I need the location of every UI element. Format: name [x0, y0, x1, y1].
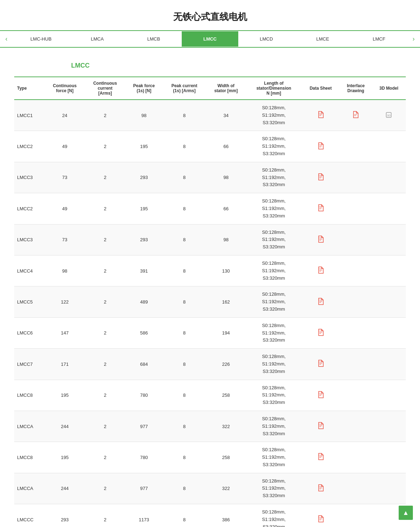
cell-peak-current: 8 — [163, 411, 206, 442]
tab-lmcc[interactable]: LMCC — [182, 31, 238, 47]
cell-type: LMCC4 — [14, 255, 44, 286]
cell-cont-current: 2 — [85, 349, 125, 380]
tab-lmcb[interactable]: LMCB — [126, 31, 182, 47]
table-row: LMCC614725868194S0:128mm,S1:192mm,S3:320… — [14, 317, 406, 348]
pdf-icon[interactable]: PDF — [318, 298, 324, 306]
cell-length-stator: S0:128mm,S1:192mm,S3:320mm — [246, 380, 302, 411]
nav-left-arrow[interactable]: ‹ — [0, 31, 13, 47]
cell-3d-model — [372, 286, 406, 317]
pdf-icon[interactable]: PDF — [318, 515, 324, 524]
cell-cont-current: 2 — [85, 100, 125, 131]
cell-cont-force: 122 — [44, 286, 85, 317]
cell-type: LMCC5 — [14, 286, 44, 317]
page-title: 无铁心式直线电机 — [0, 0, 420, 30]
pdf-icon[interactable]: PDF — [318, 142, 324, 151]
pdf-icon[interactable] — [352, 111, 359, 120]
col-header-data-sheet: Data Sheet — [302, 77, 340, 100]
svg-text:PDF: PDF — [319, 206, 322, 207]
cell-3d-model — [372, 473, 406, 504]
cell-cont-current: 2 — [85, 317, 125, 348]
cell-peak-force: 489 — [125, 286, 163, 317]
cell-peak-force: 98 — [125, 100, 163, 131]
cell-data-sheet: PDF — [302, 162, 340, 193]
cell-type: LMCCC — [14, 504, 44, 527]
pdf-icon[interactable]: PDF — [318, 111, 324, 120]
cell-length-stator: S0:128mm,S1:192mm,S3:320mm — [246, 255, 302, 286]
svg-text:PDF: PDF — [319, 361, 322, 363]
tab-lmca[interactable]: LMCA — [69, 31, 125, 47]
pdf-icon[interactable]: PDF — [318, 173, 324, 182]
table-row: LMCCA24429778322S0:128mm,S1:192mm,S3:320… — [14, 473, 406, 504]
cell-data-sheet: PDF — [302, 442, 340, 473]
cell-cont-force: 73 — [44, 224, 85, 255]
cell-3d-model: 3D — [372, 100, 406, 131]
cell-width-stator: 258 — [206, 442, 246, 473]
cell-width-stator: 386 — [206, 504, 246, 527]
svg-text:PDF: PDF — [319, 392, 322, 394]
tab-lmcf[interactable]: LMCF — [351, 31, 407, 47]
table-row: LMCC3732293898S0:128mm,S1:192mm,S3:320mm… — [14, 224, 406, 255]
pdf-icon[interactable]: PDF — [318, 204, 324, 213]
cell-type: LMCC6 — [14, 317, 44, 348]
tab-lmc-hub[interactable]: LMC-HUB — [13, 31, 69, 47]
col-header-width-stator: Width ofstator [mm] — [206, 77, 246, 100]
pdf-icon[interactable]: PDF — [318, 453, 324, 462]
pdf-icon[interactable]: PDF — [318, 360, 324, 368]
cell-peak-current: 8 — [163, 473, 206, 504]
cell-type: LMCC7 — [14, 349, 44, 380]
tab-lmcd[interactable]: LMCD — [238, 31, 294, 47]
cell-cont-current: 2 — [85, 131, 125, 162]
tab-lmce[interactable]: LMCE — [294, 31, 351, 47]
cell-data-sheet: PDF — [302, 255, 340, 286]
cell-cont-current: 2 — [85, 286, 125, 317]
back-to-top-button[interactable]: ▲ — [399, 506, 413, 520]
cell-interface-drawing — [340, 411, 372, 442]
cell-type: LMCC8 — [14, 442, 44, 473]
nav-right-arrow[interactable]: › — [407, 31, 420, 47]
cell-peak-current: 8 — [163, 504, 206, 527]
cell-cont-force: 49 — [44, 193, 85, 224]
pdf-icon[interactable]: PDF — [318, 236, 324, 244]
cell-interface-drawing — [340, 286, 372, 317]
cell-peak-current: 8 — [163, 317, 206, 348]
cell-cont-current: 2 — [85, 442, 125, 473]
pdf-icon[interactable]: PDF — [318, 267, 324, 275]
cell-cont-force: 195 — [44, 380, 85, 411]
cell-type: LMCC3 — [14, 162, 44, 193]
model3d-icon[interactable]: 3D — [386, 112, 392, 119]
pdf-icon[interactable]: PDF — [318, 484, 324, 493]
cell-length-stator: S0:128mm,S1:192mm,S3:320mm — [246, 100, 302, 131]
cell-data-sheet: PDF — [302, 317, 340, 348]
cell-width-stator: 66 — [206, 131, 246, 162]
cell-peak-current: 8 — [163, 442, 206, 473]
cell-type: LMCC3 — [14, 224, 44, 255]
cell-type: LMCCA — [14, 411, 44, 442]
cell-data-sheet: PDF — [302, 286, 340, 317]
cell-3d-model — [372, 131, 406, 162]
cell-peak-force: 293 — [125, 162, 163, 193]
pdf-icon[interactable]: PDF — [318, 422, 324, 431]
svg-text:PDF: PDF — [319, 423, 322, 425]
cell-type: LMCC8 — [14, 380, 44, 411]
svg-text:3D: 3D — [387, 114, 390, 117]
cell-interface-drawing — [340, 255, 372, 286]
cell-cont-current: 2 — [85, 162, 125, 193]
col-header-length-stator: Length ofstator/DimensionN [mm] — [246, 77, 302, 100]
pdf-icon[interactable]: PDF — [318, 391, 324, 400]
cell-interface-drawing — [340, 224, 372, 255]
cell-data-sheet: PDF — [302, 193, 340, 224]
cell-cont-force: 293 — [44, 504, 85, 527]
cell-length-stator: S0:128mm,S1:192mm,S3:320mm — [246, 411, 302, 442]
cell-cont-current: 2 — [85, 193, 125, 224]
svg-text:PDF: PDF — [319, 112, 322, 114]
svg-text:PDF: PDF — [319, 486, 322, 488]
nav-bar: ‹ LMC-HUB LMCA LMCB LMCC LMCD LMCE LMCF … — [0, 30, 420, 48]
pdf-icon[interactable]: PDF — [318, 329, 324, 337]
table-header-row: Type Continuousforce [N] Continuouscurre… — [14, 77, 406, 100]
cell-3d-model — [372, 224, 406, 255]
cell-interface-drawing — [340, 442, 372, 473]
cell-peak-current: 8 — [163, 193, 206, 224]
cell-3d-model — [372, 380, 406, 411]
cell-peak-current: 8 — [163, 162, 206, 193]
col-header-interface-drawing: InterfaceDrawing — [340, 77, 372, 100]
